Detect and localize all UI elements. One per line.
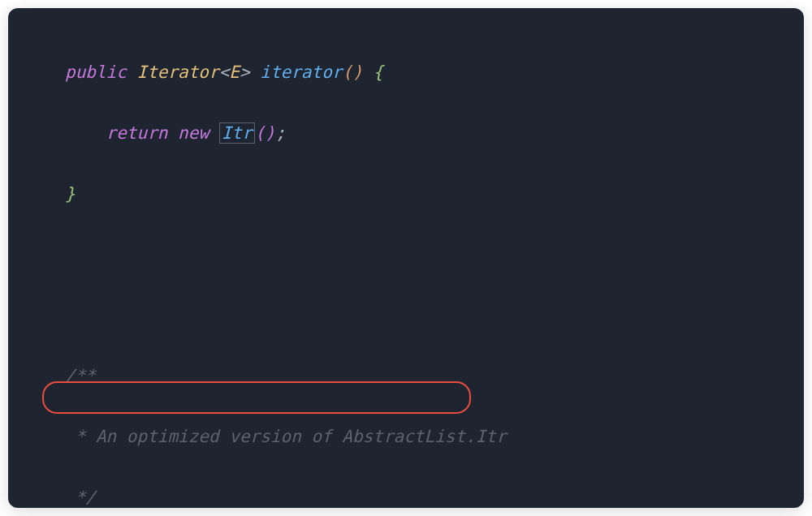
semicolon: ; xyxy=(275,123,286,143)
keyword-new: new xyxy=(178,123,209,143)
keyword-return: return xyxy=(106,123,168,143)
code-editor-window: public Iterator<E> iterator() { return n… xyxy=(8,8,804,508)
code-line-5 xyxy=(65,300,804,330)
code-line-3: } xyxy=(65,179,804,209)
paren-open: ( xyxy=(255,123,266,143)
code-line-4-empty xyxy=(65,240,804,270)
paren-close: ) xyxy=(265,123,275,143)
code-line-2: return new Itr(); xyxy=(65,118,804,148)
angle-open: < xyxy=(219,62,230,82)
code-content[interactable]: public Iterator<E> iterator() { return n… xyxy=(8,28,804,508)
code-line-7: */ xyxy=(65,483,804,508)
type-itr-boxed: Itr xyxy=(219,123,255,144)
paren-close: ) xyxy=(352,62,363,82)
brace-close: } xyxy=(65,184,76,204)
angle-close: > xyxy=(240,62,250,82)
code-line-1: public Iterator<E> iterator() { xyxy=(65,58,804,88)
type-iterator: Iterator xyxy=(137,62,219,82)
method-iterator: iterator xyxy=(260,62,342,82)
javadoc-text: * An optimized version of AbstractList.I… xyxy=(65,427,507,446)
javadoc-open: /** xyxy=(65,366,96,385)
code-line-5b: /** xyxy=(65,361,804,391)
generic-param: E xyxy=(229,62,240,82)
brace-open: { xyxy=(373,62,383,82)
code-line-6: * An optimized version of AbstractList.I… xyxy=(65,422,804,452)
javadoc-close: */ xyxy=(65,488,96,507)
keyword-public: public xyxy=(65,62,127,82)
paren-open: ( xyxy=(342,62,352,82)
